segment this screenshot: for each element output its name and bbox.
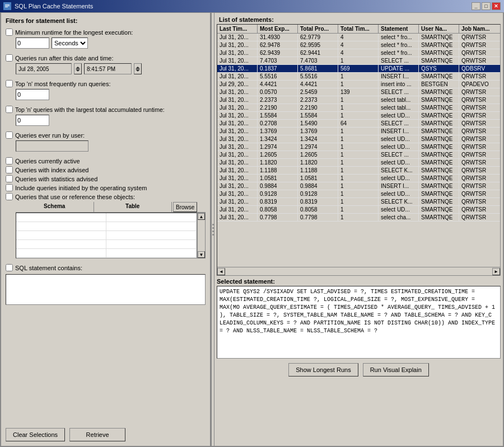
date-display[interactable]: Jul 28, 2005 [16, 63, 72, 74]
browse-button[interactable]: Browse [173, 202, 197, 212]
sql-contains-checkbox[interactable] [6, 264, 13, 271]
window-controls[interactable]: _ □ ✕ [472, 2, 501, 10]
col-totaltime-header[interactable]: Total Tim... [338, 25, 379, 33]
date-spin-button[interactable] [74, 63, 82, 74]
include-os-row: Include queries initiated by the operati… [6, 184, 206, 191]
run-visual-explain-button[interactable]: Run Visual Explain [363, 363, 429, 377]
top-n-frequent-input[interactable] [16, 89, 49, 100]
col-totalpro-header[interactable]: Total Pro... [298, 25, 338, 33]
svg-rect-1 [5, 4, 10, 5]
table-cell-username: SMARTNQE [419, 57, 459, 64]
time-spin-button[interactable] [134, 63, 142, 74]
table-row[interactable]: Jul 31, 20...7.47037.47031SELECT ...SMAR… [217, 57, 500, 65]
objects-scrollbar[interactable]: ▲ ▼ [197, 213, 206, 258]
table-cell-totaltime: 1 [338, 182, 379, 190]
minimize-button[interactable]: _ [472, 2, 480, 10]
table-cell-jobname: QRWTSR [459, 214, 500, 221]
table-cell-totalpro: 0.9128 [298, 190, 338, 197]
min-runtime-input[interactable]: 0 [16, 37, 49, 49]
table-row[interactable]: Jul 31, 20...0.80580.80581select UD...SM… [217, 206, 500, 214]
table-cell-jobname: QRWTSR [459, 198, 500, 205]
table-row[interactable]: Jul 31, 20...0.77980.77981select cha...S… [217, 214, 500, 222]
table-cell-totalpro: 62.9595 [298, 41, 338, 49]
queries-by-user-checkbox[interactable] [6, 131, 13, 139]
top-n-runtime-checkbox[interactable] [6, 106, 13, 113]
hscroll-left-btn[interactable]: ◄ [217, 268, 225, 275]
min-runtime-input-row: 0 Seconds Minutes Hours [16, 37, 206, 49]
table-row[interactable]: Jul 31, 20...1.11881.11881SELECT K...SMA… [217, 167, 500, 175]
table-cell-mostexp: 2.2190 [258, 104, 298, 111]
table-row[interactable]: Jul 31, 20...1.34241.34241select UD...SM… [217, 135, 500, 143]
col-username-header[interactable]: User Na... [419, 25, 459, 33]
hscroll-right-btn[interactable]: ► [492, 268, 500, 275]
col-lasttime-header[interactable]: Last Tim... [217, 25, 258, 33]
close-button[interactable]: ✕ [492, 2, 501, 10]
scroll-down-btn[interactable]: ▼ [198, 251, 205, 258]
table-row[interactable]: Jul 31, 20...0.27081.549064SELECT ...SMA… [217, 120, 500, 128]
table-cell-mostexp: 1.2605 [258, 151, 298, 158]
top-n-frequent-checkbox[interactable] [6, 80, 13, 87]
table-row[interactable]: Jul 31, 20...31.493062.97794select * fro… [217, 34, 500, 41]
horizontal-scrollbar[interactable]: ◄ ► [217, 267, 500, 275]
time-display[interactable]: 8:41:57 PM [84, 63, 132, 74]
table-row[interactable]: Jul 31, 20...1.05811.05811select UD...SM… [217, 175, 500, 182]
clear-selections-button[interactable]: Clear Selections [6, 428, 65, 441]
table-cell-totaltime: 1 [338, 214, 379, 221]
table-row[interactable]: Jul 31, 20...1.26051.26051SELECT ...SMAR… [217, 151, 500, 159]
queries-by-user-input[interactable] [16, 140, 88, 152]
table-row[interactable]: Jul 31, 20...1.55841.55841select UD...SM… [217, 112, 500, 120]
table-row [16, 222, 197, 231]
table-row[interactable]: Jul 31, 20...2.21902.21901select tabl...… [217, 104, 500, 112]
table-row[interactable]: Jul 31, 20...1.18201.18201select UD...SM… [217, 159, 500, 167]
include-os-checkbox[interactable] [6, 184, 13, 191]
table-cell-totaltime: 1 [338, 143, 379, 150]
queries-stats-checkbox[interactable] [6, 175, 13, 182]
table-cell-username: SMARTNQE [419, 41, 459, 49]
table-cell-totaltime: 1 [338, 175, 379, 182]
table-row[interactable]: Jul 31, 20...0.83190.83191SELECT K...SMA… [217, 198, 500, 206]
table-cell-username: SMARTNQE [419, 175, 459, 182]
table-row[interactable]: Jul 31, 20...1.29741.29741select UD...SM… [217, 143, 500, 151]
show-longest-runs-button[interactable]: Show Longest Runs [288, 363, 358, 377]
queries-index-checkbox[interactable] [6, 166, 13, 173]
right-panel: List of statements: Last Tim... Most Exp… [214, 13, 503, 446]
table-row[interactable]: Jul 31, 20...1.37691.37691INSERT I...SMA… [217, 128, 500, 135]
table-row [16, 213, 197, 222]
scroll-track [198, 220, 205, 251]
table-cell-jobname: QRWTSR [459, 135, 500, 143]
queries-active-label: Queries currently active [15, 158, 80, 164]
table-row[interactable]: Jul 31, 20...2.23732.23731select tabl...… [217, 96, 500, 104]
table-cell-totalpro: 5.8681 [298, 65, 338, 72]
table-row[interactable]: Jul 31, 20...0.05702.5459139SELECT ...SM… [217, 88, 500, 96]
browse-col-header: Browse [172, 202, 206, 212]
sql-contains-label: SQL statement contains: [15, 265, 82, 271]
top-n-runtime-input-row [16, 115, 206, 126]
scroll-up-btn[interactable]: ▲ [198, 213, 205, 220]
table-row[interactable]: Jul 31, 20...62.943962.94414select * fro… [217, 49, 500, 57]
col-jobname-header[interactable]: Job Nam... [459, 25, 500, 33]
table-cell-totaltime: 1 [338, 128, 379, 135]
col-mostexp-header[interactable]: Most Exp... [258, 25, 298, 33]
objects-checkbox[interactable] [6, 193, 13, 200]
table-row[interactable]: Jul 29, 20...4.44214.44211insert into ..… [217, 81, 500, 88]
table-row[interactable]: Jul 31, 20...5.55165.55161INSERT I...SMA… [217, 73, 500, 81]
sql-contains-textarea[interactable] [6, 274, 206, 305]
maximize-button[interactable]: □ [482, 2, 491, 10]
retrieve-button[interactable]: Retrieve [69, 428, 125, 441]
table-cell-mostexp: 5.5516 [258, 73, 298, 80]
col-statement-header[interactable]: Statement [379, 25, 419, 33]
top-n-runtime-input[interactable] [16, 115, 49, 126]
queries-by-user-filter: Queries ever run by user: [6, 131, 206, 154]
queries-active-checkbox[interactable] [6, 157, 13, 164]
table-row[interactable]: Jul 31, 20...62.947862.95954select * fro… [217, 41, 500, 49]
top-n-frequent-checkbox-row: Top 'n' most frequently run queries: [6, 80, 206, 87]
table-row[interactable]: Jul 31, 20...0.18375.8681569UPDATE ...QS… [217, 65, 500, 73]
min-runtime-unit-select[interactable]: Seconds Minutes Hours [52, 37, 88, 49]
table-row[interactable]: Jul 31, 20...0.91280.91281select UD...SM… [217, 190, 500, 198]
min-runtime-checkbox[interactable] [6, 29, 13, 36]
queries-after-date-checkbox[interactable] [6, 54, 13, 62]
table-cell-lasttime: Jul 31, 20... [217, 175, 258, 182]
table-cell-mostexp: 1.1188 [258, 167, 298, 174]
table-cell-jobname: QRWTSR [459, 96, 500, 103]
table-row[interactable]: Jul 31, 20...0.98840.98841INSERT I...SMA… [217, 182, 500, 190]
